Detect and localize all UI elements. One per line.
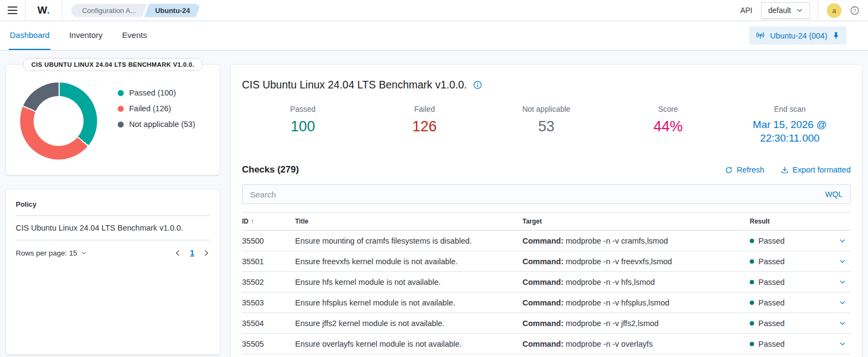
stat-failed-value: 126 [363,117,485,136]
policy-list-card: Policy CIS Ubuntu Linux 24.04 LTS Benchm… [5,189,220,355]
page-number-1[interactable]: 1 [190,248,194,257]
check-target: Command: modprobe -n -v hfsplus,lsmod [522,298,750,307]
pin-icon[interactable] [832,31,840,40]
column-header-target[interactable]: Target [522,218,750,225]
check-result: Passed [750,237,827,245]
tab-events[interactable]: Events [121,21,148,50]
target-type-label: Command: [522,237,564,245]
target-type-label: Command: [522,257,564,266]
wazuh-logo[interactable]: W. [25,4,62,16]
sort-ascending-icon: ↑ [251,218,254,225]
breadcrumb-configuration-assessment[interactable]: Configuration A... [71,4,147,17]
check-row-35503[interactable]: 35503 Ensure hfsplus kernel module is no… [242,292,851,313]
export-formatted-label: Export formatted [793,165,851,174]
topbar-divider [818,0,818,21]
expand-row-chevron-icon[interactable] [839,237,851,245]
stat-end-scan: End scan Mar 15, 2026 @ 22:30:11.000 [729,105,851,145]
page-content: CIS UBUNTU LINUX 24.04 LTS BENCHMARK V1.… [0,50,868,357]
wql-language-button[interactable]: WQL [818,190,850,199]
column-header-id[interactable]: ID ↑ [242,218,295,225]
stat-failed: Failed 126 [363,105,485,145]
previous-page-icon[interactable] [174,250,181,257]
rows-per-page-button[interactable]: Rows per page: 15 [16,249,87,257]
result-label: Passed [758,340,784,348]
api-link[interactable]: API [740,6,752,15]
check-title: Ensure hfsplus kernel module is not avai… [295,298,522,307]
stat-not-applicable: Not applicable 53 [486,105,607,145]
check-result: Passed [750,257,827,266]
check-id: 35503 [242,298,295,307]
check-title: Ensure hfs kernel module is not availabl… [295,278,522,286]
result-label: Passed [758,257,784,266]
benchmark-title: CIS Ubuntu Linux 24.04 LTS Benchmark v1.… [242,79,467,91]
result-passed-dot [750,342,754,346]
menu-hamburger-icon[interactable] [0,0,25,21]
export-download-icon [781,166,789,174]
check-target: Command: modprobe -n -v jffs2,lsmod [522,319,750,328]
check-id: 35505 [242,340,295,348]
checks-table-header: ID ↑ Title Target Result [242,212,851,231]
expand-row-chevron-icon[interactable] [839,258,851,265]
result-passed-dot [750,321,754,326]
column-header-result[interactable]: Result [750,218,827,225]
check-row-35501[interactable]: 35501 Ensure freevxfs kernel module is n… [242,251,851,272]
result-passed-dot [750,301,754,305]
column-header-title[interactable]: Title [295,218,522,225]
stat-score-value: 44% [607,117,729,136]
help-icon[interactable]: ? [850,6,859,15]
result-label: Passed [758,319,784,328]
refresh-label: Refresh [737,165,764,174]
tab-inventory[interactable]: Inventory [68,21,104,50]
check-title: Ensure overlayfs kernel module is not av… [295,340,522,348]
check-row-35504[interactable]: 35504 Ensure jffs2 kernel module is not … [242,313,851,334]
stat-not-applicable-value: 53 [486,117,607,136]
top-navigation-bar: W. Configuration A... Ubuntu-24 API defa… [0,0,868,21]
info-icon[interactable] [473,80,482,90]
svg-text:?: ? [853,8,856,13]
donut-chart[interactable] [20,82,97,160]
result-label: Passed [758,298,784,307]
target-command: modprobe -n -v overlayfs [566,340,653,348]
legend-item-not-applicable[interactable]: Not applicable (53) [118,120,195,129]
agent-signal-icon [756,31,765,40]
export-formatted-button[interactable]: Export formatted [781,165,851,174]
expand-row-chevron-icon[interactable] [839,340,851,348]
check-row-35502[interactable]: 35502 Ensure hfs kernel module is not av… [242,272,851,292]
expand-row-chevron-icon[interactable] [839,278,851,286]
check-target: Command: modprobe -n -v overlayfs [522,340,750,348]
next-page-icon[interactable] [203,250,210,257]
check-row-35500[interactable]: 35500 Ensure mounting of cramfs filesyst… [242,231,851,251]
check-target: Command: modprobe -n -v hfs,lsmod [522,278,750,286]
breadcrumb-agent[interactable]: Ubuntu-24 [144,4,201,17]
refresh-icon [725,166,733,174]
expand-row-chevron-icon[interactable] [839,299,851,307]
user-avatar[interactable]: a [827,3,841,18]
selected-agent-chip[interactable]: Ubuntu-24 (004) [749,27,846,44]
tab-dashboard[interactable]: Dashboard [9,21,50,50]
breadcrumb: Configuration A... Ubuntu-24 [71,4,201,17]
policy-row[interactable]: CIS Ubuntu Linux 24.04 LTS Benchmark v1.… [6,216,220,240]
stat-passed-label: Passed [242,105,363,113]
expand-row-chevron-icon[interactable] [839,320,851,327]
check-row-35505[interactable]: 35505 Ensure overlayfs kernel module is … [242,334,851,354]
api-host-selector[interactable]: default [761,2,810,19]
search-input[interactable] [242,185,818,203]
target-command: modprobe -n -v freevxfs,lsmod [566,257,672,266]
benchmark-summary-card-title: CIS UBUNTU LINUX 24.04 LTS BENCHMARK V1.… [23,58,203,71]
refresh-button[interactable]: Refresh [725,165,764,174]
legend-item-passed[interactable]: Passed (100) [118,88,195,97]
benchmark-summary-card: CIS UBUNTU LINUX 24.04 LTS BENCHMARK V1.… [5,64,220,175]
stat-score-label: Score [607,105,729,113]
left-column: CIS UBUNTU LINUX 24.04 LTS BENCHMARK V1.… [5,64,220,355]
legend-label-passed: Passed (100) [129,88,176,97]
result-label: Passed [758,237,784,245]
legend-item-failed[interactable]: Failed (126) [118,104,195,113]
stat-score: Score 44% [607,105,729,145]
target-type-label: Command: [522,278,564,286]
check-id: 35501 [242,257,295,266]
check-target: Command: modprobe -n -v cramfs,lsmod [522,237,750,245]
check-result: Passed [750,340,827,348]
checks-table: ID ↑ Title Target Result 35500 Ensure mo… [242,212,851,354]
topbar-divider [62,0,62,21]
stat-end-scan-value: Mar 15, 2026 @ 22:30:11.000 [748,118,832,145]
